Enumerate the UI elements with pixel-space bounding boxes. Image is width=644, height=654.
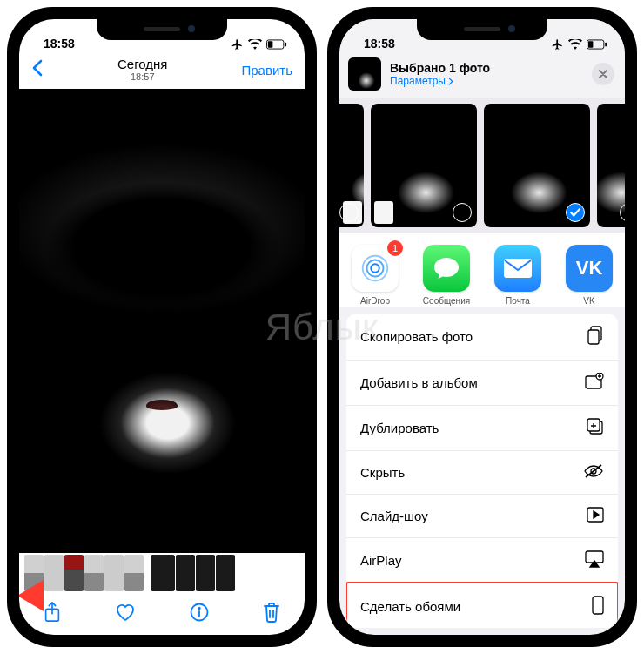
phone-right: 18:58 Выбрано 1 фото Параметры xyxy=(327,7,637,647)
close-button[interactable] xyxy=(592,63,614,85)
nav-bar: Сегодня 18:57 Править xyxy=(19,51,305,89)
preview-item-selected[interactable] xyxy=(484,104,590,227)
svg-point-10 xyxy=(367,260,384,277)
app-label: Сообщения xyxy=(419,296,473,306)
play-icon xyxy=(587,507,604,525)
svg-point-9 xyxy=(371,264,379,273)
thumb[interactable] xyxy=(176,555,195,591)
wifi-icon xyxy=(248,39,262,50)
bottom-toolbar xyxy=(19,593,305,635)
svg-point-5 xyxy=(198,608,200,610)
action-hide[interactable]: Скрыть xyxy=(346,450,618,494)
nav-title: Сегодня xyxy=(117,57,168,72)
filmstrip[interactable] xyxy=(19,553,305,593)
thumb[interactable] xyxy=(124,555,144,591)
header-title: Выбрано 1 фото xyxy=(390,61,490,75)
share-apps-row[interactable]: 1 AirDrop Сообщения Почта VK VK xyxy=(339,233,625,307)
back-button[interactable] xyxy=(31,59,44,80)
share-button[interactable] xyxy=(44,602,61,626)
nav-title-group: Сегодня 18:57 xyxy=(117,57,168,83)
app-label: Почта xyxy=(491,296,545,306)
header-text: Выбрано 1 фото Параметры xyxy=(390,61,490,87)
header-thumbnail xyxy=(348,57,381,91)
favorite-button[interactable] xyxy=(115,603,136,625)
thumb[interactable] xyxy=(196,555,215,591)
copy-icon xyxy=(587,326,604,347)
svg-rect-1 xyxy=(268,41,273,47)
notch xyxy=(97,19,227,40)
action-duplicate[interactable]: Дублировать xyxy=(346,405,618,450)
status-indicators xyxy=(231,38,287,51)
screen-right: 18:58 Выбрано 1 фото Параметры xyxy=(339,19,625,635)
photo-content-face xyxy=(19,89,305,553)
preview-overlay-icon xyxy=(343,201,362,224)
svg-rect-22 xyxy=(593,597,603,614)
app-airdrop[interactable]: 1 AirDrop xyxy=(348,245,402,298)
svg-rect-14 xyxy=(588,330,599,344)
thumb[interactable] xyxy=(24,555,44,591)
phone-icon xyxy=(592,596,604,617)
action-set-wallpaper[interactable]: Сделать обоями xyxy=(346,583,618,628)
action-airplay[interactable]: AirPlay xyxy=(346,537,618,583)
thumb[interactable] xyxy=(44,555,64,591)
checked-icon[interactable] xyxy=(566,203,585,222)
thumb[interactable] xyxy=(104,555,124,591)
edit-button[interactable]: Править xyxy=(242,63,293,78)
svg-rect-7 xyxy=(588,41,594,47)
airplay-icon xyxy=(585,550,604,570)
status-time: 18:58 xyxy=(364,37,395,51)
screen-left: 18:58 Сегодня 18:57 Править xyxy=(19,19,305,635)
duplicate-icon xyxy=(587,418,604,438)
svg-rect-8 xyxy=(605,43,607,47)
trash-button[interactable] xyxy=(263,602,280,626)
info-button[interactable] xyxy=(190,603,209,625)
preview-overlay-icon xyxy=(374,201,393,224)
unchecked-icon[interactable] xyxy=(620,203,625,222)
album-add-icon xyxy=(585,373,604,393)
unchecked-icon[interactable] xyxy=(339,203,359,222)
airplane-icon xyxy=(551,38,564,51)
app-label: AirDrop xyxy=(348,296,402,306)
notch xyxy=(417,19,547,40)
wifi-icon xyxy=(568,39,582,50)
status-time: 18:58 xyxy=(44,37,75,51)
app-messages[interactable]: Сообщения xyxy=(419,245,473,298)
action-copy-photo[interactable]: Скопировать фото xyxy=(346,314,618,360)
status-indicators xyxy=(551,38,607,51)
app-mail[interactable]: Почта xyxy=(491,245,545,298)
preview-item[interactable] xyxy=(371,104,477,227)
app-label: VK xyxy=(562,296,616,306)
airplane-icon xyxy=(231,38,244,51)
action-add-to-album[interactable]: Добавить в альбом xyxy=(346,360,618,405)
thumb[interactable] xyxy=(84,555,104,591)
svg-rect-12 xyxy=(504,259,532,278)
unchecked-icon[interactable] xyxy=(453,203,472,222)
photo-previews[interactable] xyxy=(339,98,625,233)
action-slideshow[interactable]: Слайд-шоу xyxy=(346,494,618,537)
thumb[interactable] xyxy=(64,555,84,591)
nav-subtitle: 18:57 xyxy=(117,71,168,82)
thumb-selected[interactable] xyxy=(151,555,175,591)
photo-content-lips xyxy=(146,400,178,410)
hide-icon xyxy=(583,463,604,482)
battery-icon xyxy=(266,39,287,50)
actions-list: Скопировать фото Добавить в альбом Дубли… xyxy=(346,314,618,628)
share-header: Выбрано 1 фото Параметры xyxy=(339,51,625,98)
battery-icon xyxy=(587,39,607,50)
thumb[interactable] xyxy=(216,555,235,591)
svg-rect-2 xyxy=(285,43,286,47)
header-options-button[interactable]: Параметры xyxy=(390,75,490,87)
app-vk[interactable]: VK VK xyxy=(562,245,616,298)
photo-viewer[interactable] xyxy=(19,89,305,553)
preview-item[interactable] xyxy=(339,104,364,227)
preview-item[interactable] xyxy=(597,104,625,227)
airdrop-badge: 1 xyxy=(387,240,403,256)
phone-left: 18:58 Сегодня 18:57 Править xyxy=(7,7,317,647)
